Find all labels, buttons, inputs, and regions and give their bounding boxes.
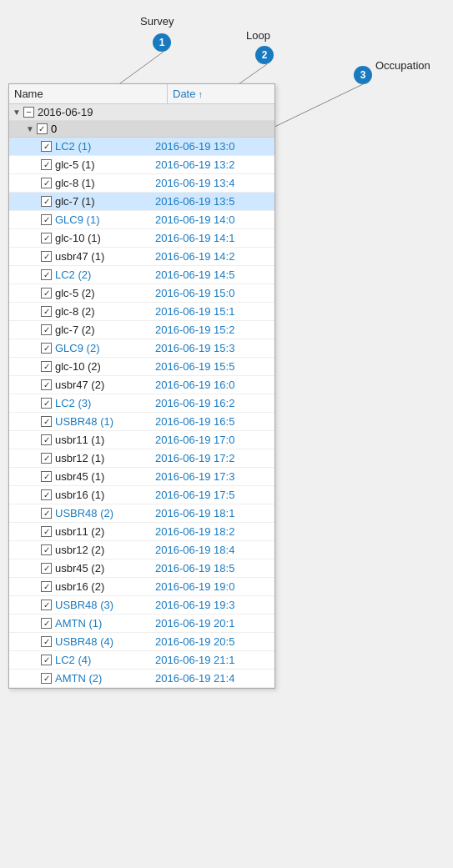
table-row[interactable]: usbr16 (2)2016-06-19 19:0 xyxy=(9,578,274,596)
row-checkbox[interactable] xyxy=(41,324,52,335)
group-row-2016-06-19[interactable]: ▼ 2016-06-19 xyxy=(9,104,274,121)
row-checkbox-wrap[interactable] xyxy=(41,324,52,335)
row-checkbox-wrap[interactable] xyxy=(41,196,52,207)
row-checkbox[interactable] xyxy=(41,361,52,372)
row-checkbox-wrap[interactable] xyxy=(41,361,52,372)
row-checkbox[interactable] xyxy=(41,398,52,409)
row-checkbox[interactable] xyxy=(41,141,52,152)
row-checkbox[interactable] xyxy=(41,563,52,574)
row-checkbox[interactable] xyxy=(41,636,52,647)
group-toggle-arrow[interactable]: ▼ xyxy=(13,108,21,117)
row-checkbox-wrap[interactable] xyxy=(41,563,52,574)
row-checkbox[interactable] xyxy=(41,434,52,445)
row-checkbox-wrap[interactable] xyxy=(41,636,52,647)
row-checkbox[interactable] xyxy=(41,489,52,500)
table-row[interactable]: GLC9 (2)2016-06-19 15:3 xyxy=(9,339,274,358)
subgroup-checkbox[interactable] xyxy=(37,123,48,134)
callout-loop-badge: 2 xyxy=(255,46,274,64)
row-checkbox[interactable] xyxy=(41,544,52,555)
row-checkbox-wrap[interactable] xyxy=(41,141,52,152)
row-checkbox[interactable] xyxy=(41,343,52,354)
table-row[interactable]: usbr47 (1)2016-06-19 14:2 xyxy=(9,248,274,266)
row-checkbox[interactable] xyxy=(41,673,52,684)
group-checkbox-wrap[interactable] xyxy=(23,107,34,118)
table-row[interactable]: USBR48 (4)2016-06-19 20:5 xyxy=(9,633,274,651)
row-checkbox[interactable] xyxy=(41,251,52,262)
table-row[interactable]: glc-8 (1)2016-06-19 13:4 xyxy=(9,174,274,193)
row-checkbox[interactable] xyxy=(41,526,52,537)
subgroup-row-0[interactable]: ▼ 0 xyxy=(9,121,274,138)
table-row[interactable]: USBR48 (3)2016-06-19 19:3 xyxy=(9,596,274,615)
table-row[interactable]: LC2 (3)2016-06-19 16:2 xyxy=(9,394,274,413)
row-checkbox-wrap[interactable] xyxy=(41,343,52,354)
row-checkbox-wrap[interactable] xyxy=(41,379,52,390)
table-row[interactable]: glc-5 (2)2016-06-19 15:0 xyxy=(9,284,274,303)
row-checkbox[interactable] xyxy=(41,214,52,225)
row-checkbox[interactable] xyxy=(41,416,52,427)
table-row[interactable]: glc-7 (1)2016-06-19 13:5 xyxy=(9,193,274,211)
row-checkbox-wrap[interactable] xyxy=(41,600,52,610)
row-checkbox-wrap[interactable] xyxy=(41,233,52,243)
row-checkbox-wrap[interactable] xyxy=(41,508,52,519)
row-checkbox[interactable] xyxy=(41,508,52,519)
row-checkbox[interactable] xyxy=(41,581,52,592)
row-checkbox-wrap[interactable] xyxy=(41,526,52,537)
row-checkbox[interactable] xyxy=(41,618,52,629)
table-row[interactable]: LC2 (4)2016-06-19 21:1 xyxy=(9,651,274,670)
table-row[interactable]: usbr47 (2)2016-06-19 16:0 xyxy=(9,376,274,394)
table-row[interactable]: glc-5 (1)2016-06-19 13:2 xyxy=(9,156,274,174)
row-checkbox[interactable] xyxy=(41,269,52,280)
table-row[interactable]: USBR48 (2)2016-06-19 18:1 xyxy=(9,504,274,523)
table-row[interactable]: glc-8 (2)2016-06-19 15:1 xyxy=(9,303,274,321)
row-checkbox-wrap[interactable] xyxy=(41,269,52,280)
table-row[interactable]: usbr11 (2)2016-06-19 18:2 xyxy=(9,523,274,541)
subgroup-toggle-arrow[interactable]: ▼ xyxy=(26,124,34,133)
table-row[interactable]: usbr16 (1)2016-06-19 17:5 xyxy=(9,486,274,504)
subgroup-checkbox-wrap[interactable] xyxy=(37,123,48,134)
row-checkbox[interactable] xyxy=(41,196,52,207)
row-checkbox-wrap[interactable] xyxy=(41,489,52,500)
group-checkbox[interactable] xyxy=(23,107,34,118)
table-row[interactable]: AMTN (2)2016-06-19 21:4 xyxy=(9,670,274,688)
table-row[interactable]: usbr12 (2)2016-06-19 18:4 xyxy=(9,541,274,559)
row-checkbox[interactable] xyxy=(41,655,52,665)
row-checkbox-wrap[interactable] xyxy=(41,288,52,299)
row-checkbox-wrap[interactable] xyxy=(41,416,52,427)
table-row[interactable]: usbr45 (1)2016-06-19 17:3 xyxy=(9,468,274,486)
table-row[interactable]: usbr11 (1)2016-06-19 17:0 xyxy=(9,431,274,449)
row-checkbox[interactable] xyxy=(41,471,52,482)
table-row[interactable]: LC2 (2)2016-06-19 14:5 xyxy=(9,266,274,284)
row-checkbox-wrap[interactable] xyxy=(41,673,52,684)
row-checkbox-wrap[interactable] xyxy=(41,581,52,592)
table-row[interactable]: AMTN (1)2016-06-19 20:1 xyxy=(9,615,274,633)
row-checkbox-wrap[interactable] xyxy=(41,471,52,482)
row-checkbox[interactable] xyxy=(41,288,52,299)
row-checkbox-wrap[interactable] xyxy=(41,453,52,464)
row-checkbox-wrap[interactable] xyxy=(41,618,52,629)
table-row[interactable]: usbr45 (2)2016-06-19 18:5 xyxy=(9,559,274,578)
row-checkbox[interactable] xyxy=(41,159,52,170)
table-row[interactable]: LC2 (1)2016-06-19 13:0 xyxy=(9,138,274,156)
row-checkbox[interactable] xyxy=(41,379,52,390)
row-checkbox[interactable] xyxy=(41,600,52,610)
table-row[interactable]: usbr12 (1)2016-06-19 17:2 xyxy=(9,449,274,468)
row-checkbox-wrap[interactable] xyxy=(41,159,52,170)
row-checkbox-wrap[interactable] xyxy=(41,251,52,262)
row-checkbox-wrap[interactable] xyxy=(41,398,52,409)
row-checkbox-wrap[interactable] xyxy=(41,306,52,317)
table-row[interactable]: glc-10 (2)2016-06-19 15:5 xyxy=(9,358,274,376)
row-checkbox[interactable] xyxy=(41,178,52,188)
row-checkbox-wrap[interactable] xyxy=(41,434,52,445)
table-row[interactable]: GLC9 (1)2016-06-19 14:0 xyxy=(9,211,274,229)
row-checkbox[interactable] xyxy=(41,233,52,243)
row-checkbox-wrap[interactable] xyxy=(41,655,52,665)
row-checkbox-wrap[interactable] xyxy=(41,178,52,188)
row-checkbox-wrap[interactable] xyxy=(41,214,52,225)
row-checkbox-wrap[interactable] xyxy=(41,544,52,555)
column-date-header[interactable]: Date xyxy=(168,84,274,103)
table-row[interactable]: USBR48 (1)2016-06-19 16:5 xyxy=(9,413,274,431)
table-row[interactable]: glc-7 (2)2016-06-19 15:2 xyxy=(9,321,274,339)
row-checkbox[interactable] xyxy=(41,306,52,317)
table-row[interactable]: glc-10 (1)2016-06-19 14:1 xyxy=(9,229,274,248)
row-checkbox[interactable] xyxy=(41,453,52,464)
